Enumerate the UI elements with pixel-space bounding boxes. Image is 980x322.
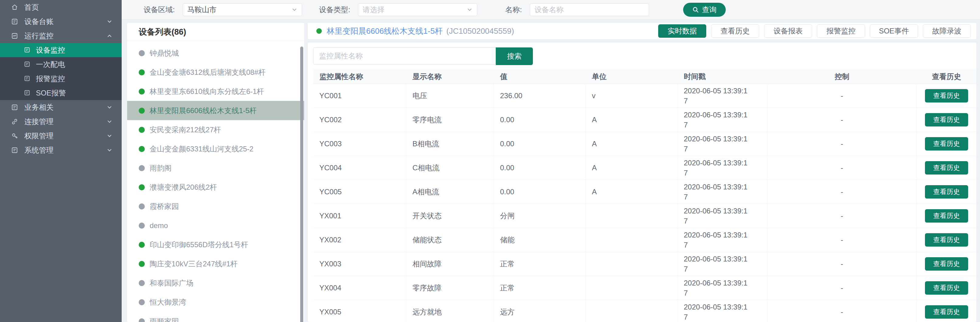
device-list-item[interactable]: 雨韵阁 xyxy=(127,159,304,178)
view-history-button[interactable]: 查看历史 xyxy=(925,209,968,222)
cell-action: 查看历史 xyxy=(917,132,976,156)
cell-display-name: 零序电流 xyxy=(406,108,494,132)
cell-value: 正常 xyxy=(494,252,586,276)
home-icon xyxy=(11,3,19,11)
cell-unit: A xyxy=(586,156,678,180)
device-list-item[interactable]: 恒大御景湾 xyxy=(127,292,304,312)
detail-tab-button[interactable]: 实时数据 xyxy=(658,24,706,38)
device-list-item[interactable]: 雨顺家园 xyxy=(127,312,304,322)
cell-display-name: 远方就地 xyxy=(406,300,494,322)
detail-tab-button[interactable]: 故障录波 xyxy=(923,24,971,38)
sidebar-subitem[interactable]: 设备监控 xyxy=(0,43,122,57)
sidebar-item[interactable]: 连接管理 xyxy=(0,114,122,128)
detail-tab-button[interactable]: 设备报表 xyxy=(764,24,812,38)
cell-control: - xyxy=(767,300,917,322)
device-list-item[interactable]: 和泰国际广场 xyxy=(127,273,304,292)
table-row: YX004 零序故障 正常 2020-06-05 13:39:17 - 查看历史 xyxy=(313,276,976,300)
chevron-down-icon xyxy=(107,119,113,125)
query-button[interactable]: 查询 xyxy=(683,3,726,17)
cell-timestamp: 2020-06-05 13:39:17 xyxy=(678,276,767,300)
device-status-dot xyxy=(139,89,145,95)
view-history-button[interactable]: 查看历史 xyxy=(925,185,968,198)
attribute-search-input[interactable] xyxy=(313,48,496,65)
device-list-item[interactable]: demo xyxy=(127,216,304,235)
device-list-item[interactable]: 陶庄变10kV三台247线#1杆 xyxy=(127,254,304,273)
sidebar-subitem[interactable]: SOE报警 xyxy=(0,86,122,100)
cell-timestamp: 2020-06-05 13:39:17 xyxy=(678,108,767,132)
device-list-item[interactable]: 濮塘变濮风206线2杆 xyxy=(127,178,304,197)
doc-icon xyxy=(11,17,19,25)
device-name: demo xyxy=(150,221,168,230)
device-list-scrollbar[interactable] xyxy=(300,46,303,322)
device-name-input[interactable] xyxy=(530,3,649,16)
device-list-item[interactable]: 印山变印御6556D塔分线1号杆 xyxy=(127,235,304,254)
sidebar-item-label: 业务相关 xyxy=(24,103,54,112)
device-status-dot xyxy=(139,242,145,248)
column-header: 时间戳 xyxy=(678,69,767,84)
device-name: 恒大御景湾 xyxy=(150,297,186,307)
chevron-up-icon xyxy=(107,33,113,39)
sidebar-subitem-label: 设备监控 xyxy=(36,45,65,55)
view-history-button[interactable]: 查看历史 xyxy=(925,161,968,174)
device-title-link[interactable]: 林里变阳晨6606线松木支线1-5杆 xyxy=(327,26,442,36)
device-name: 霞桥家园 xyxy=(150,201,179,211)
column-header: 单位 xyxy=(586,69,678,84)
sidebar-item[interactable]: 业务相关 xyxy=(0,100,122,114)
device-list-item[interactable]: 林里变阳晨6606线松木支线1-5杆 xyxy=(127,101,304,120)
device-name: 和泰国际广场 xyxy=(150,278,193,288)
sidebar-subitem[interactable]: 一次配电 xyxy=(0,57,122,71)
cell-attribute-code: YX005 xyxy=(313,300,406,322)
sidebar-submenu: 设备监控 一次配电 报警监控 SOE报警 xyxy=(0,43,122,100)
detail-tab-button[interactable]: 报警监控 xyxy=(817,24,865,38)
doc-icon xyxy=(24,46,31,54)
sidebar-item[interactable]: 运行监控 xyxy=(0,29,122,43)
device-list-item[interactable]: 钟鼎悦城 xyxy=(127,43,304,63)
sidebar-subitem[interactable]: 报警监控 xyxy=(0,71,122,86)
view-history-button[interactable]: 查看历史 xyxy=(925,113,968,127)
sidebar-item-label: 设备台账 xyxy=(24,17,54,27)
table-row: YC002 零序电流 0.00 A 2020-06-05 13:39:17 - … xyxy=(313,108,976,132)
device-region-label: 设备区域: xyxy=(143,5,175,14)
doc-icon xyxy=(24,61,31,68)
search-icon xyxy=(692,6,699,13)
device-name: 雨韵阁 xyxy=(150,163,172,173)
detail-tab-button[interactable]: 查看历史 xyxy=(711,24,759,38)
device-type-select[interactable]: 请选择 xyxy=(358,3,477,16)
cell-timestamp: 2020-06-05 13:39:17 xyxy=(678,252,767,276)
device-list-item[interactable]: 安民变采南212线27杆 xyxy=(127,120,304,139)
attribute-search-button[interactable]: 搜索 xyxy=(496,48,533,65)
sidebar-item[interactable]: 设备台账 xyxy=(0,14,122,29)
view-history-button[interactable]: 查看历史 xyxy=(925,257,968,271)
cell-attribute-code: YC003 xyxy=(313,132,406,156)
device-list-item[interactable]: 林里变里东6610线向东分线左6-1杆 xyxy=(127,82,304,101)
cell-attribute-code: YC005 xyxy=(313,180,406,204)
sidebar-item-label: 连接管理 xyxy=(24,117,54,127)
table-header-row: 监控属性名称显示名称值单位时间戳控制查看历史 xyxy=(313,69,976,84)
cell-display-name: C相电流 xyxy=(406,156,494,180)
sidebar-item-label: 系统管理 xyxy=(24,145,54,155)
cell-timestamp: 2020-06-05 13:39:17 xyxy=(678,180,767,204)
doc-icon xyxy=(24,75,31,82)
view-history-button[interactable]: 查看历史 xyxy=(925,305,968,319)
sidebar-item[interactable]: 系统管理 xyxy=(0,143,122,157)
device-list-item[interactable]: 金山变金塘6312线后塘湖支线08#杆 xyxy=(127,63,304,82)
device-region-select[interactable]: 马鞍山市 xyxy=(183,3,302,16)
sidebar-item[interactable]: 首页 xyxy=(0,0,122,14)
sidebar-item-label: 运行监控 xyxy=(24,31,54,41)
column-header: 值 xyxy=(494,69,586,84)
sidebar-item-label: 首页 xyxy=(24,2,39,12)
view-history-button[interactable]: 查看历史 xyxy=(925,233,968,247)
view-history-button[interactable]: 查看历史 xyxy=(925,89,968,103)
view-history-button[interactable]: 查看历史 xyxy=(925,281,968,295)
cell-value: 分闸 xyxy=(494,204,586,228)
detail-tab-button[interactable]: SOE事件 xyxy=(870,24,918,38)
sidebar-subitem-label: SOE报警 xyxy=(36,88,66,98)
device-status-dot xyxy=(139,184,145,190)
cell-display-name: B相电流 xyxy=(406,132,494,156)
cell-display-name: 储能状态 xyxy=(406,228,494,252)
device-list-item[interactable]: 霞桥家园 xyxy=(127,197,304,216)
cell-display-name: 相间故障 xyxy=(406,252,494,276)
device-list-item[interactable]: 金山变金颜6331线山河支线25-2 xyxy=(127,139,304,159)
view-history-button[interactable]: 查看历史 xyxy=(925,137,968,151)
sidebar-item[interactable]: 权限管理 xyxy=(0,128,122,143)
